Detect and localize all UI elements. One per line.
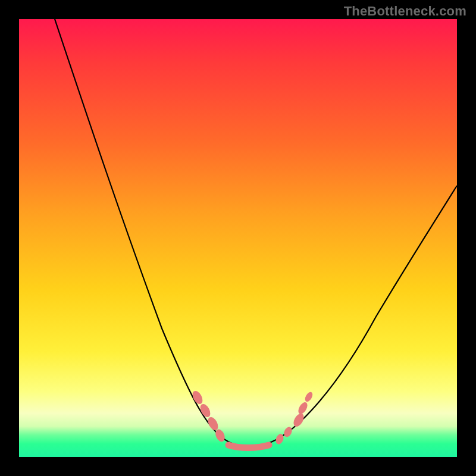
svg-point-7: [296, 400, 309, 415]
trough-band: [228, 445, 269, 448]
svg-point-5: [283, 425, 294, 438]
chart-frame: TheBottleneck.com: [0, 0, 476, 476]
bottleneck-curve: [55, 19, 457, 447]
curve-layer: [19, 19, 457, 457]
right-markers: [274, 391, 314, 446]
svg-point-6: [292, 412, 306, 428]
svg-point-8: [303, 391, 314, 403]
left-markers: [190, 389, 227, 443]
plot-area: [19, 19, 457, 457]
watermark-label: TheBottleneck.com: [344, 4, 466, 19]
